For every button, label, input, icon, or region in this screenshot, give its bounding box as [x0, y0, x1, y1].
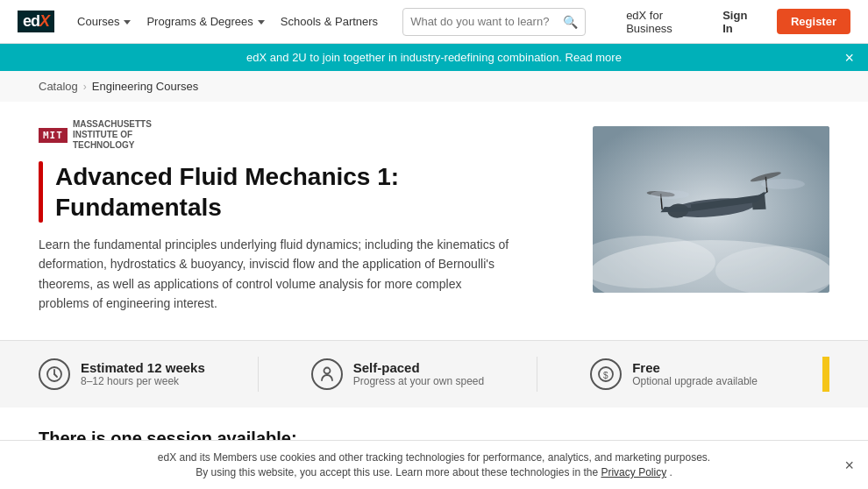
pace-sub: Progress at your own speed	[353, 375, 484, 387]
business-link[interactable]: edX for Business	[626, 9, 689, 35]
info-bar: Estimated 12 weeks 8–12 hours per week S…	[0, 340, 868, 408]
institution-logo: MIT Massachusetts Institute of Technolog…	[39, 119, 558, 151]
programs-chevron-icon	[258, 20, 265, 25]
duration-info: Estimated 12 weeks 8–12 hours per week	[39, 358, 205, 390]
logo-box: edX	[18, 11, 54, 32]
price-sub: Optional upgrade available	[632, 375, 758, 387]
course-title: Advanced Fluid Mechanics 1: Fundamentals	[55, 161, 558, 223]
mit-institution-name: Massachusetts Institute of Technology	[73, 119, 152, 151]
signin-button[interactable]: Sign In	[712, 4, 761, 40]
duration-text: Estimated 12 weeks 8–12 hours per week	[81, 360, 205, 387]
info-divider-1	[258, 357, 259, 392]
breadcrumb-catalog[interactable]: Catalog	[39, 80, 78, 93]
main-content: MIT Massachusetts Institute of Technolog…	[0, 102, 868, 331]
course-image-container	[593, 126, 829, 331]
courses-menu[interactable]: Courses	[77, 15, 131, 28]
course-image-visual	[593, 126, 829, 293]
search-icon: 🔍	[563, 15, 578, 29]
pace-icon	[311, 358, 343, 390]
yellow-accent-bar	[822, 357, 829, 392]
announcement-banner: edX and 2U to join together in industry-…	[0, 44, 868, 71]
title-area: Advanced Fluid Mechanics 1: Fundamentals	[39, 161, 558, 223]
cookie-line1: edX and its Members use cookies and othe…	[158, 451, 710, 464]
red-accent-bar	[39, 161, 43, 223]
search-bar[interactable]: 🔍	[402, 8, 586, 36]
search-input[interactable]	[410, 15, 558, 28]
svg-point-15	[651, 190, 689, 199]
logo-ed: ed	[23, 12, 39, 31]
price-info: $ Free Optional upgrade available	[590, 358, 758, 390]
programs-menu[interactable]: Programs & Degrees	[146, 15, 264, 28]
schools-menu[interactable]: Schools & Partners	[281, 15, 378, 28]
privacy-policy-link[interactable]: Privacy Policy	[601, 466, 666, 478]
duration-icon	[39, 358, 70, 390]
pace-text: Self-paced Progress at your own speed	[353, 360, 484, 387]
logo[interactable]: edX	[18, 11, 54, 32]
pace-label: Self-paced	[353, 360, 484, 375]
courses-chevron-icon	[124, 20, 131, 25]
svg-point-14	[761, 179, 805, 189]
course-image	[593, 126, 829, 293]
navbar: edX Courses Programs & Degrees Schools &…	[0, 0, 868, 44]
svg-text:$: $	[603, 370, 608, 379]
cookie-line2-prefix: By using this website, you accept this u…	[196, 466, 598, 478]
course-info: MIT Massachusetts Institute of Technolog…	[39, 119, 558, 331]
pace-info: Self-paced Progress at your own speed	[311, 358, 484, 390]
duration-sub: 8–12 hours per week	[81, 375, 205, 387]
courses-label: Courses	[77, 15, 119, 28]
register-button[interactable]: Register	[777, 9, 850, 34]
cookie-line2-suffix: .	[669, 466, 672, 478]
programs-label: Programs & Degrees	[146, 15, 253, 28]
info-divider-2	[537, 357, 537, 392]
breadcrumb-current: Engineering Courses	[92, 80, 198, 93]
course-description: Learn the fundamental principles underly…	[39, 235, 512, 314]
close-cookie-button[interactable]: ×	[844, 456, 854, 474]
schools-label: Schools & Partners	[281, 15, 378, 28]
mit-logo-box: MIT	[39, 128, 68, 143]
logo-x: X	[39, 12, 49, 31]
svg-line-18	[54, 374, 57, 377]
close-announcement-button[interactable]: ×	[844, 48, 854, 67]
breadcrumb-separator: ›	[83, 81, 87, 93]
price-label: Free	[632, 360, 758, 375]
price-text: Free Optional upgrade available	[632, 360, 758, 387]
duration-label: Estimated 12 weeks	[81, 360, 205, 375]
breadcrumb: Catalog › Engineering Courses	[0, 71, 868, 102]
cookie-line2: By using this website, you accept this u…	[196, 466, 672, 478]
svg-point-19	[324, 367, 330, 373]
cookie-banner: edX and its Members use cookies and othe…	[0, 440, 868, 489]
price-icon: $	[590, 358, 622, 390]
announcement-text: edX and 2U to join together in industry-…	[246, 51, 622, 64]
